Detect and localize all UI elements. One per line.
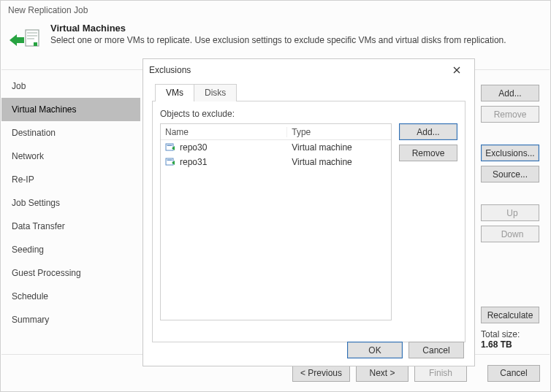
dialog-titlebar: Exclusions [143,59,474,81]
wizard-header: Virtual Machines Select one or more VMs … [1,20,550,64]
previous-button[interactable]: < Previous [292,365,350,382]
total-size-value: 1.68 TB [481,339,539,350]
table-header: Name Type [161,124,391,140]
objects-to-exclude-label: Objects to exclude: [160,109,457,119]
dialog-cancel-button[interactable]: Cancel [408,342,464,358]
close-icon [453,66,460,74]
svg-rect-8 [166,144,173,150]
page-title: Virtual Machines [50,23,542,34]
vm-icon [165,142,175,153]
sidebar-item-seeding[interactable]: Seeding [1,238,140,261]
wizard-header-text: Virtual Machines Select one or more VMs … [50,23,542,45]
sidebar-item-virtual-machines[interactable]: Virtual Machines [1,98,140,121]
table-body: repo30 Virtual machine [161,140,391,320]
add-button[interactable]: Add... [481,85,539,101]
wizard-sidebar: Job Virtual Machines Destination Network… [1,70,140,354]
panel-inner: Name Type repo30 [160,123,457,320]
exclusions-button[interactable]: Exclusions... [481,145,539,161]
spacer [481,127,539,140]
row-name: repo31 [180,157,207,167]
remove-button[interactable]: Remove [481,106,539,123]
cell-type: Virtual machine [287,142,391,153]
exclusions-dialog: Exclusions VMs Disks Objects to exclude:… [142,58,475,366]
tab-disks[interactable]: Disks [194,84,237,101]
svg-rect-4 [34,42,37,46]
sidebar-item-summary[interactable]: Summary [1,308,140,331]
col-name[interactable]: Name [161,127,287,137]
sidebar-item-network[interactable]: Network [1,145,140,168]
right-button-stack: Add... Remove Exclusions... Source... Up… [481,85,539,323]
move-down-button[interactable]: Down [481,226,539,242]
total-size-label: Total size: [481,329,539,339]
svg-rect-12 [167,160,172,161]
dialog-body: VMs Disks Objects to exclude: Name Type [143,81,474,348]
cell-name: repo31 [161,157,287,167]
next-button[interactable]: Next > [356,365,408,382]
svg-rect-11 [166,158,173,165]
source-button[interactable]: Source... [481,166,539,182]
tab-panel-vms: Objects to exclude: Name Type [152,101,466,342]
table-row[interactable]: repo30 Virtual machine [161,140,391,155]
tab-vms[interactable]: VMs [155,84,194,101]
svg-rect-2 [27,35,37,36]
exclude-remove-button[interactable]: Remove [399,145,457,161]
panel-side-buttons: Add... Remove [399,123,457,320]
replication-icon [10,24,42,56]
finish-button[interactable]: Finish [414,365,467,382]
vm-icon [165,157,175,167]
cell-type: Virtual machine [287,157,391,167]
exclude-add-button[interactable]: Add... [399,123,457,140]
move-up-label: Up [506,208,517,218]
move-up-button[interactable]: Up [481,204,539,221]
cancel-button[interactable]: Cancel [487,365,540,382]
spacer [481,247,539,302]
sidebar-item-job[interactable]: Job [1,74,140,98]
exclude-table[interactable]: Name Type repo30 [160,123,392,320]
svg-rect-9 [167,145,172,146]
page-subtitle: Select one or more VMs to replicate. Use… [50,35,542,45]
col-type[interactable]: Type [287,127,391,137]
table-row[interactable]: repo31 Virtual machine [161,155,391,169]
sidebar-item-destination[interactable]: Destination [1,121,140,145]
cell-name: repo30 [161,142,287,153]
dialog-footer: OK Cancel [347,342,464,358]
svg-marker-5 [10,34,24,46]
svg-rect-1 [27,32,37,34]
sidebar-item-re-ip[interactable]: Re-IP [1,168,140,191]
dialog-title: Exclusions [149,65,191,75]
spacer [481,187,539,200]
total-size: Total size: 1.68 TB [481,329,539,350]
sidebar-item-data-transfer[interactable]: Data Transfer [1,215,140,238]
close-button[interactable] [445,61,468,79]
sidebar-item-guest-processing[interactable]: Guest Processing [1,261,140,285]
ok-button[interactable]: OK [347,342,403,358]
row-name: repo30 [180,142,207,153]
recalculate-button[interactable]: Recalculate [481,307,539,323]
tab-strip: VMs Disks [152,82,466,101]
window-title: New Replication Job [1,1,550,20]
sidebar-item-job-settings[interactable]: Job Settings [1,191,140,215]
sidebar-item-schedule[interactable]: Schedule [1,285,140,308]
svg-rect-3 [27,38,34,39]
move-down-label: Down [501,229,524,239]
